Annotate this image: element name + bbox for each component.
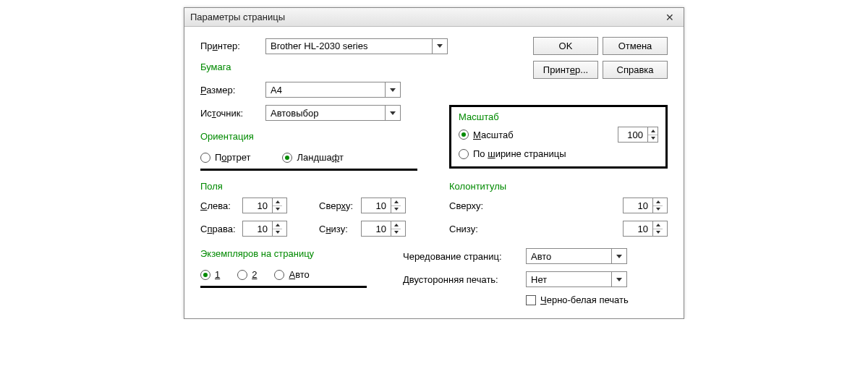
radio-icon (459, 149, 469, 159)
interleave-label: Чередование страниц: (403, 251, 526, 262)
second-row: Бумага Принтер... Справка (200, 61, 668, 79)
margins-group-title: Поля (200, 181, 449, 192)
spinner-up-icon[interactable] (648, 127, 658, 135)
hf-top-label: Сверху: (449, 200, 494, 211)
scaling-group-title: Масштаб (459, 111, 658, 122)
orientation-radios: Портрет Ландшафт (200, 148, 417, 171)
orientation-landscape-radio[interactable]: Ландшафт (282, 152, 344, 163)
client-area: Принтер: Brother HL-2030 series OK Отмен… (184, 27, 684, 318)
bottom-row: Экземпляров на страницу 1 2 Авто (200, 248, 668, 305)
pps-auto-label: Авто (289, 269, 309, 280)
paper-group-title: Бумага (200, 61, 231, 72)
scaling-group-box: Масштаб Масштаб 100 (449, 105, 668, 169)
spinner-down-icon[interactable] (273, 206, 282, 213)
margin-left-spinner[interactable]: 10 (242, 198, 287, 213)
spinner-down-icon[interactable] (653, 229, 663, 237)
dropdown-icon[interactable] (612, 249, 626, 263)
source-label: Источник: (200, 108, 265, 119)
spinner-down-icon[interactable] (653, 206, 663, 213)
source-value: Автовыбор (266, 106, 386, 120)
printer-combo[interactable]: Brother HL-2030 series (265, 38, 448, 54)
pps-auto-radio[interactable]: Авто (274, 269, 309, 280)
spinner-up-icon[interactable] (391, 198, 401, 206)
dropdown-icon[interactable] (386, 82, 400, 97)
printer-value: Brother HL-2030 series (266, 39, 433, 54)
spinner-down-icon[interactable] (648, 135, 658, 143)
spinner-up-icon[interactable] (391, 221, 401, 229)
spinner-up-icon[interactable] (653, 221, 663, 229)
portrait-label: Портрет (215, 152, 250, 163)
fit-width-radio[interactable]: По ширине страницы (459, 148, 566, 159)
pps-group-title: Экземпляров на страницу (200, 248, 388, 259)
hf-bottom-label: Снизу: (449, 224, 494, 234)
titlebar: Параметры страницы ✕ (184, 8, 684, 27)
dropdown-icon[interactable] (433, 39, 447, 54)
margin-top-spinner[interactable]: 10 (361, 198, 406, 213)
scale-radio-label: Масштаб (473, 130, 514, 140)
margin-right-label: Справа: (200, 224, 242, 234)
margin-right-value: 10 (243, 221, 272, 236)
help-button[interactable]: Справка (603, 61, 668, 79)
pps-radios: 1 2 Авто (200, 265, 367, 288)
radio-icon (282, 153, 292, 163)
scale-spinner[interactable]: 100 (618, 127, 658, 143)
source-combo[interactable]: Автовыбор (265, 105, 401, 121)
source-and-scale-row: Источник: Автовыбор Ориентация Портрет (200, 105, 668, 171)
spinner-down-icon[interactable] (391, 206, 401, 213)
interleave-value: Авто (527, 249, 612, 263)
orientation-portrait-radio[interactable]: Портрет (200, 152, 250, 163)
radio-icon (274, 270, 284, 280)
margin-top-label: Сверху: (319, 200, 361, 211)
margin-top-value: 10 (362, 198, 391, 213)
pps-1-label: 1 (215, 269, 220, 280)
dropdown-icon[interactable] (386, 106, 400, 120)
spinner-up-icon[interactable] (273, 221, 282, 229)
window-title: Параметры страницы (190, 12, 285, 22)
cancel-button[interactable]: Отмена (603, 37, 668, 55)
pps-2-radio[interactable]: 2 (237, 269, 257, 280)
bw-label: Черно-белая печать (540, 294, 629, 305)
margin-left-label: Слева: (200, 200, 242, 211)
margin-bottom-label: Снизу: (319, 224, 361, 234)
pps-2-label: 2 (252, 269, 257, 280)
radio-icon (237, 270, 247, 280)
duplex-value: Нет (527, 272, 612, 286)
page-setup-dialog: Параметры страницы ✕ Принтер: Brother HL… (184, 7, 684, 319)
orientation-group-title: Ориентация (200, 131, 417, 142)
dropdown-icon[interactable] (612, 272, 626, 286)
spinner-down-icon[interactable] (391, 229, 401, 237)
close-icon[interactable]: ✕ (662, 11, 678, 24)
hf-top-spinner[interactable]: 10 (623, 198, 668, 213)
ok-button[interactable]: OK (533, 37, 598, 55)
printer-row: Принтер: Brother HL-2030 series OK Отмен… (200, 37, 668, 55)
radio-icon (200, 270, 210, 280)
printer-settings-button[interactable]: Принтер... (533, 61, 598, 79)
size-row: Размер: A4 (200, 82, 668, 98)
scale-value: 100 (618, 127, 647, 142)
spinner-down-icon[interactable] (273, 229, 282, 237)
scale-radio[interactable]: Масштаб (459, 130, 514, 140)
margin-bottom-spinner[interactable]: 10 (361, 221, 406, 237)
spinner-up-icon[interactable] (273, 198, 282, 206)
checkbox-icon (526, 295, 536, 305)
hf-top-value: 10 (624, 198, 652, 213)
spinner-up-icon[interactable] (653, 198, 663, 206)
size-combo[interactable]: A4 (265, 82, 401, 98)
margin-left-value: 10 (243, 198, 272, 213)
printer-label: Принтер: (200, 41, 265, 51)
size-label: Размер: (200, 85, 265, 96)
radio-icon (200, 153, 210, 163)
size-value: A4 (266, 82, 386, 97)
bw-checkbox[interactable]: Черно-белая печать (526, 294, 668, 305)
landscape-label: Ландшафт (297, 152, 344, 163)
fit-width-label: По ширине страницы (473, 148, 566, 159)
margin-right-spinner[interactable]: 10 (242, 221, 287, 237)
margin-bottom-value: 10 (362, 221, 391, 236)
headerfooter-group-title: Колонтитулы (449, 181, 668, 192)
hf-bottom-spinner[interactable]: 10 (623, 221, 668, 237)
duplex-combo[interactable]: Нет (526, 271, 627, 287)
interleave-combo[interactable]: Авто (526, 248, 627, 264)
radio-icon (459, 130, 469, 140)
hf-bottom-value: 10 (624, 221, 652, 236)
pps-1-radio[interactable]: 1 (200, 269, 220, 280)
